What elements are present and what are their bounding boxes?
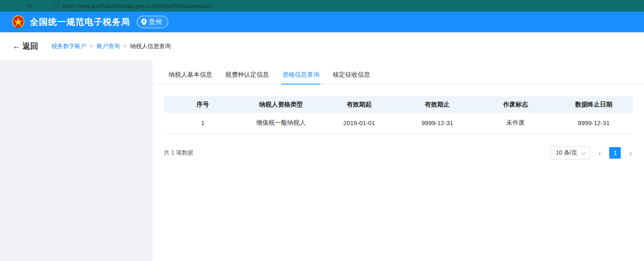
cell-data-end-date: 9999-12-31 [554, 119, 633, 126]
table-footer: 共 1 项数据 10 条/页 ‹ 1 › [164, 146, 633, 160]
cell-qualification-type: 增值税一般纳税人 [242, 119, 320, 127]
breadcrumb-separator: > [123, 44, 126, 49]
header-cell-qualification-type: 纳税人资格类型 [242, 101, 320, 109]
header-cell-void-flag: 作废标志 [477, 101, 555, 109]
tab-taxpayer-basic-info[interactable]: 纳税人基本信息 [168, 67, 213, 85]
total-count: 共 1 项数据 [164, 149, 194, 157]
tab-assessed-collection-info[interactable]: 核定征收信息 [332, 67, 371, 85]
table-row: 1 增值税一般纳税人 2019-01-01 9999-12-31 未作废 999… [164, 113, 633, 133]
cell-seq: 1 [164, 119, 242, 126]
address-bar[interactable]: https://etax.guizhou.chinatax.gov.cn:844… [63, 3, 211, 9]
back-label: 返回 [22, 41, 38, 52]
cell-void-flag: 未作废 [477, 119, 555, 127]
national-emblem-logo [11, 15, 26, 29]
breadcrumb-link-digital-account[interactable]: 税务数字账户 [51, 43, 86, 50]
pagination: 10 条/页 ‹ 1 › [550, 146, 633, 160]
region-label: 贵州 [149, 18, 162, 27]
tab-bar: 纳税人基本信息 税费种认定信息 资格信息查询 核定征收信息 [153, 67, 644, 85]
page-number-button[interactable]: 1 [609, 147, 621, 159]
back-arrow-icon: ← [12, 41, 21, 51]
page-size-select[interactable]: 10 条/页 [550, 146, 590, 160]
site-title: 全国统一规范电子税务局 [30, 16, 130, 28]
header-cell-data-end-date: 数据终止日期 [554, 101, 633, 109]
records-table: 序号 纳税人资格类型 有效期起 有效期止 作废标志 数据终止日期 1 增值税一般… [164, 96, 633, 133]
region-badge[interactable]: 贵州 [137, 16, 168, 28]
header-cell-valid-from: 有效期起 [320, 101, 398, 109]
tab-tax-category-info[interactable]: 税费种认定信息 [225, 67, 270, 85]
browser-refresh-button[interactable]: ↻ [23, 0, 36, 12]
page-size-value: 10 条/页 [556, 149, 577, 157]
breadcrumb-bar: ← 返回 税务数字账户 > 账户查询 > 纳税人信息查询 [0, 32, 644, 60]
location-pin-icon [141, 19, 147, 25]
content-area: 纳税人基本信息 税费种认定信息 资格信息查询 核定征收信息 序号 纳税人资格类型… [0, 60, 644, 261]
cell-valid-to: 9999-12-31 [398, 119, 477, 126]
main-panel: 纳税人基本信息 税费种认定信息 资格信息查询 核定征收信息 序号 纳税人资格类型… [153, 60, 644, 261]
cell-valid-from: 2019-01-01 [320, 119, 398, 126]
chevron-down-icon [581, 151, 586, 155]
back-button[interactable]: ← 返回 [12, 41, 38, 52]
header-cell-seq: 序号 [164, 101, 242, 109]
table-header-row: 序号 纳税人资格类型 有效期起 有效期止 作废标志 数据终止日期 [164, 96, 633, 113]
tab-qualification-info[interactable]: 资格信息查询 [281, 67, 320, 85]
browser-chrome: ← ↻ https://etax.guizhou.chinatax.gov.cn… [0, 0, 644, 12]
breadcrumb-link-account-query[interactable]: 账户查询 [97, 43, 120, 50]
app-header: 全国统一规范电子税务局 贵州 [0, 12, 644, 32]
breadcrumb-separator: > [90, 44, 93, 49]
breadcrumb: 税务数字账户 > 账户查询 > 纳税人信息查询 [51, 43, 171, 50]
prev-page-button[interactable]: ‹ [598, 147, 602, 159]
breadcrumb-current-page: 纳税人信息查询 [130, 43, 171, 50]
next-page-button[interactable]: › [628, 147, 633, 159]
page-file-icon [53, 3, 58, 9]
header-cell-valid-to: 有效期止 [398, 101, 477, 109]
browser-back-button[interactable]: ← [5, 0, 17, 12]
